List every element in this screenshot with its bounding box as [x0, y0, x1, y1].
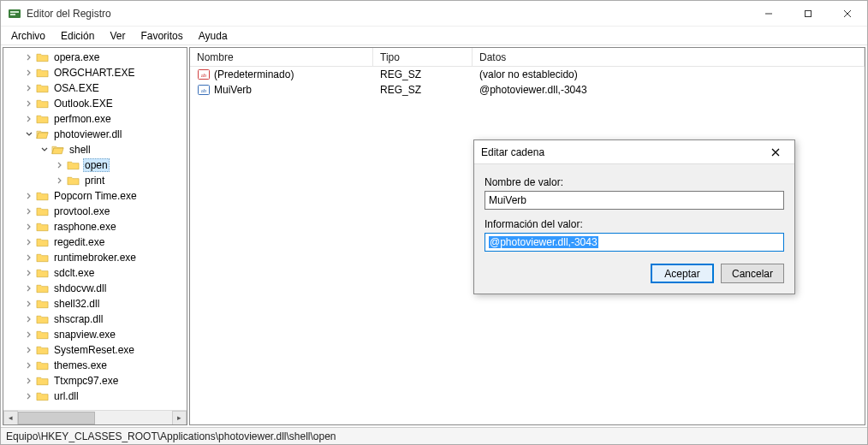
tree-item-label: provtool.exe	[52, 205, 111, 217]
chevron-right-icon[interactable]	[24, 360, 34, 371]
folder-icon	[36, 52, 49, 62]
folder-icon	[36, 268, 49, 278]
tree-item[interactable]: shdocvw.dll	[3, 281, 187, 296]
tree-item-label: SystemReset.exe	[52, 344, 136, 356]
tree-item-label: ORGCHART.EXE	[52, 67, 136, 79]
chevron-right-icon[interactable]	[24, 237, 34, 247]
tree-item[interactable]: provtool.exe	[3, 204, 187, 219]
tree-item[interactable]: photoviewer.dll	[3, 127, 187, 142]
tree-item-label: perfmon.exe	[52, 113, 113, 125]
chevron-right-icon[interactable]	[55, 175, 65, 186]
tree-item[interactable]: perfmon.exe	[3, 111, 187, 127]
maximize-button[interactable]	[788, 1, 828, 26]
close-button[interactable]	[828, 1, 867, 26]
chevron-right-icon[interactable]	[24, 191, 34, 201]
chevron-right-icon[interactable]	[24, 314, 34, 324]
folder-icon	[36, 391, 49, 401]
tree-item[interactable]: url.dll	[3, 389, 187, 404]
tree-item[interactable]: open	[3, 157, 187, 173]
tree-item[interactable]: shell	[3, 142, 187, 157]
chevron-right-icon[interactable]	[24, 283, 34, 294]
tree-item[interactable]: OSA.EXE	[3, 80, 187, 96]
registry-tree[interactable]: opera.exe ORGCHART.EXE OSA.EXE Outlook.E…	[3, 48, 187, 410]
tree-item-label: snapview.exe	[52, 329, 117, 341]
chevron-down-icon[interactable]	[24, 129, 34, 139]
col-type[interactable]: Tipo	[373, 48, 473, 66]
window-title: Editor del Registro	[27, 8, 749, 20]
menu-file[interactable]: Archivo	[4, 28, 52, 44]
scroll-track[interactable]	[18, 411, 172, 425]
tree-item[interactable]: print	[3, 173, 187, 188]
col-name[interactable]: Nombre	[190, 48, 373, 66]
menu-favorites[interactable]: Favoritos	[134, 28, 189, 44]
edit-string-dialog: Editar cadena Nombre de valor: Informaci…	[473, 139, 795, 294]
tree-pane: opera.exe ORGCHART.EXE OSA.EXE Outlook.E…	[3, 47, 187, 425]
value-name: (Predeterminado)	[214, 68, 294, 80]
value-row[interactable]: ab(Predeterminado)REG_SZ(valor no establ…	[190, 67, 865, 82]
dialog-close-button[interactable]	[764, 143, 788, 162]
tree-item[interactable]: opera.exe	[3, 50, 187, 65]
tree-horizontal-scrollbar[interactable]: ◂ ▸	[3, 410, 187, 424]
chevron-right-icon[interactable]	[24, 98, 34, 109]
value-data-input[interactable]	[485, 233, 784, 252]
tree-item[interactable]: rasphone.exe	[3, 219, 187, 234]
chevron-right-icon[interactable]	[55, 160, 65, 170]
tree-item[interactable]: SystemReset.exe	[3, 342, 187, 358]
tree-item-label: themes.exe	[52, 359, 109, 371]
tree-item[interactable]: Ttxmpc97.exe	[3, 373, 187, 389]
chevron-right-icon[interactable]	[24, 114, 34, 124]
minimize-button[interactable]	[749, 1, 788, 26]
window-controls	[749, 1, 867, 26]
string-value-icon: ab	[197, 68, 211, 81]
chevron-right-icon[interactable]	[24, 52, 34, 62]
svg-text:ab: ab	[201, 72, 207, 79]
tree-item[interactable]: regedit.exe	[3, 234, 187, 250]
folder-icon	[36, 98, 49, 109]
folder-icon	[36, 314, 49, 324]
value-data-label: Información del valor:	[485, 218, 784, 230]
tree-item[interactable]: ORGCHART.EXE	[3, 65, 187, 80]
scroll-thumb[interactable]	[18, 412, 95, 424]
col-data[interactable]: Datos	[473, 48, 865, 66]
ok-button[interactable]: Aceptar	[651, 264, 714, 283]
tree-item[interactable]: themes.exe	[3, 358, 187, 373]
tree-item[interactable]: Popcorn Time.exe	[3, 188, 187, 204]
chevron-right-icon[interactable]	[24, 268, 34, 278]
chevron-right-icon[interactable]	[24, 83, 34, 93]
tree-item[interactable]: snapview.exe	[3, 327, 187, 342]
chevron-right-icon[interactable]	[24, 376, 34, 386]
value-name-input[interactable]	[485, 191, 784, 210]
chevron-down-icon[interactable]	[39, 145, 50, 155]
dialog-titlebar[interactable]: Editar cadena	[474, 140, 794, 164]
folder-icon	[51, 145, 64, 155]
cancel-button[interactable]: Cancelar	[721, 264, 784, 283]
scroll-right-button[interactable]: ▸	[172, 411, 187, 425]
tree-item[interactable]: runtimebroker.exe	[3, 250, 187, 265]
chevron-right-icon[interactable]	[24, 68, 34, 78]
values-header[interactable]: Nombre Tipo Datos	[190, 48, 865, 67]
tree-item-label: rasphone.exe	[52, 221, 118, 233]
chevron-right-icon[interactable]	[24, 252, 34, 263]
menu-help[interactable]: Ayuda	[192, 28, 235, 44]
menu-edit[interactable]: Edición	[54, 28, 101, 44]
chevron-right-icon[interactable]	[24, 222, 34, 232]
chevron-right-icon[interactable]	[24, 345, 34, 355]
chevron-right-icon[interactable]	[24, 391, 34, 401]
tree-item[interactable]: Outlook.EXE	[3, 96, 187, 111]
tree-item-label: shell	[68, 144, 92, 156]
chevron-right-icon[interactable]	[24, 299, 34, 309]
tree-item-label: Outlook.EXE	[52, 98, 115, 110]
chevron-right-icon[interactable]	[24, 329, 34, 340]
folder-icon	[36, 283, 49, 294]
scroll-left-button[interactable]: ◂	[3, 411, 18, 425]
dialog-title: Editar cadena	[481, 146, 764, 158]
titlebar[interactable]: Editor del Registro	[1, 1, 867, 27]
tree-item[interactable]: shell32.dll	[3, 296, 187, 312]
tree-item[interactable]: shscrap.dll	[3, 312, 187, 327]
menu-view[interactable]: Ver	[103, 28, 132, 44]
tree-item-label: shell32.dll	[52, 298, 101, 310]
tree-item-label: photoviewer.dll	[52, 128, 123, 140]
value-row[interactable]: abMuiVerbREG_SZ@photoviewer.dll,-3043	[190, 82, 865, 98]
tree-item[interactable]: sdclt.exe	[3, 265, 187, 281]
chevron-right-icon[interactable]	[24, 206, 34, 217]
